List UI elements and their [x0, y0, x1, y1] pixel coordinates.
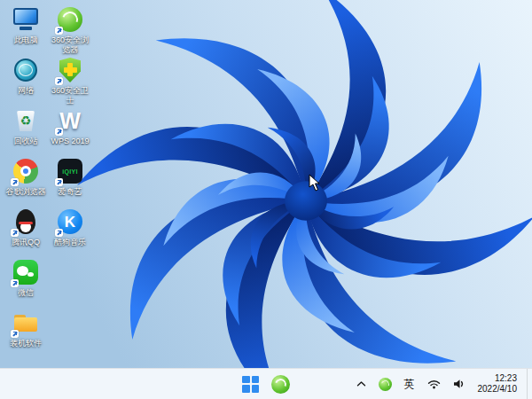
- network-button[interactable]: [423, 375, 445, 393]
- shortcut-arrow-icon: [11, 229, 19, 237]
- this-pc-icon: [12, 5, 40, 34]
- tray-360-guard-button[interactable]: [374, 374, 396, 395]
- taskbar: 英 12:23 2022/4/10: [0, 368, 532, 399]
- wifi-icon: [427, 379, 441, 389]
- shield-cross: [67, 63, 73, 76]
- kugou-icon: K: [56, 207, 84, 236]
- desktop-icon-iqiyi[interactable]: iQIYI 爱奇艺: [49, 157, 91, 207]
- shortcut-arrow-icon: [11, 178, 19, 186]
- desktop-icon-chrome[interactable]: 谷歌浏览器: [4, 157, 47, 207]
- show-desktop-strip[interactable]: [527, 369, 530, 399]
- desktop-icon-label: WPS 2019: [51, 137, 89, 146]
- shortcut-arrow-icon: [55, 128, 63, 136]
- shortcut-arrow-icon: [55, 77, 63, 85]
- shortcut-arrow-icon: [11, 279, 19, 287]
- 360-guard-shield-icon: [56, 56, 84, 84]
- 360-browser-icon: [56, 5, 84, 34]
- recycle-bin-icon: ♻: [12, 106, 40, 135]
- volume-button[interactable]: [449, 375, 470, 393]
- start-button[interactable]: [239, 373, 262, 395]
- input-method-indicator[interactable]: 英: [400, 373, 419, 395]
- desktop[interactable]: 此电脑 网络 ♻ 回收站 谷歌浏览器 腾讯QQ: [0, 0, 532, 369]
- desktop-icon-label: 回收站: [14, 137, 38, 146]
- shortcut-arrow-icon: [55, 27, 63, 35]
- windows-logo-icon: [242, 376, 259, 393]
- desktop-icon-kugou[interactable]: K 酷狗音乐: [49, 207, 91, 258]
- desktop-icon-label: 网络: [18, 86, 34, 96]
- shortcut-arrow-icon: [55, 229, 63, 237]
- desktop-icon-network[interactable]: 网络: [4, 56, 47, 106]
- desktop-icon-label: 谷歌浏览器: [6, 187, 46, 197]
- desktop-icon-this-pc[interactable]: 此电脑: [4, 5, 47, 56]
- clock-date: 2022/4/10: [478, 384, 518, 395]
- desktop-icon-360-guard[interactable]: 360安全卫士: [49, 56, 91, 106]
- folder-icon: [12, 309, 40, 337]
- tray-overflow-button[interactable]: [352, 377, 371, 391]
- desktop-icon-wps[interactable]: W WPS 2019: [49, 106, 91, 157]
- desktop-icon-360-browser[interactable]: 360安全浏览器: [49, 5, 91, 56]
- desktop-icon-label: 360安全浏览器: [49, 35, 91, 55]
- chevron-up-icon: [356, 380, 366, 387]
- desktop-icon-label: 酷狗音乐: [54, 238, 86, 247]
- chrome-icon: [12, 157, 40, 185]
- qq-scarf: [19, 222, 33, 224]
- desktop-icon-label: 装机软件: [10, 339, 42, 348]
- desktop-icon-qq[interactable]: 腾讯QQ: [4, 207, 47, 258]
- desktop-icon-label: 腾讯QQ: [12, 238, 40, 247]
- desktop-icon-grid: 此电脑 网络 ♻ 回收站 谷歌浏览器 腾讯QQ: [4, 5, 91, 359]
- system-tray: 英 12:23 2022/4/10: [352, 369, 531, 399]
- kugou-letter: K: [65, 215, 75, 230]
- speaker-icon: [453, 379, 466, 389]
- network-icon: [12, 56, 40, 84]
- desktop-icon-software-folder[interactable]: 装机软件: [4, 309, 47, 359]
- desktop-icon-label: 爱奇艺: [59, 187, 82, 197]
- shortcut-arrow-icon: [11, 330, 19, 338]
- taskbar-center: [239, 369, 293, 399]
- desktop-icon-label: 360安全卫士: [49, 86, 91, 106]
- shortcut-arrow-icon: [55, 178, 63, 186]
- qq-icon: [12, 207, 40, 236]
- iqiyi-wordmark: iQIYI: [62, 168, 77, 175]
- iqiyi-icon: iQIYI: [56, 157, 84, 185]
- wechat-icon: [12, 258, 40, 286]
- desktop-icon-wechat[interactable]: 微信: [4, 258, 47, 309]
- wps-icon: W: [56, 106, 84, 135]
- clock[interactable]: 12:23 2022/4/10: [473, 370, 522, 399]
- clock-time: 12:23: [495, 373, 517, 385]
- 360-browser-icon: [271, 375, 290, 394]
- recycle-symbol: ♻: [20, 114, 32, 127]
- desktop-icon-recycle-bin[interactable]: ♻ 回收站: [4, 106, 47, 157]
- desktop-icon-label: 微信: [18, 288, 34, 298]
- 360-tray-icon: [379, 378, 392, 391]
- taskbar-360-browser-button[interactable]: [269, 372, 293, 396]
- desktop-icon-label: 此电脑: [14, 35, 38, 45]
